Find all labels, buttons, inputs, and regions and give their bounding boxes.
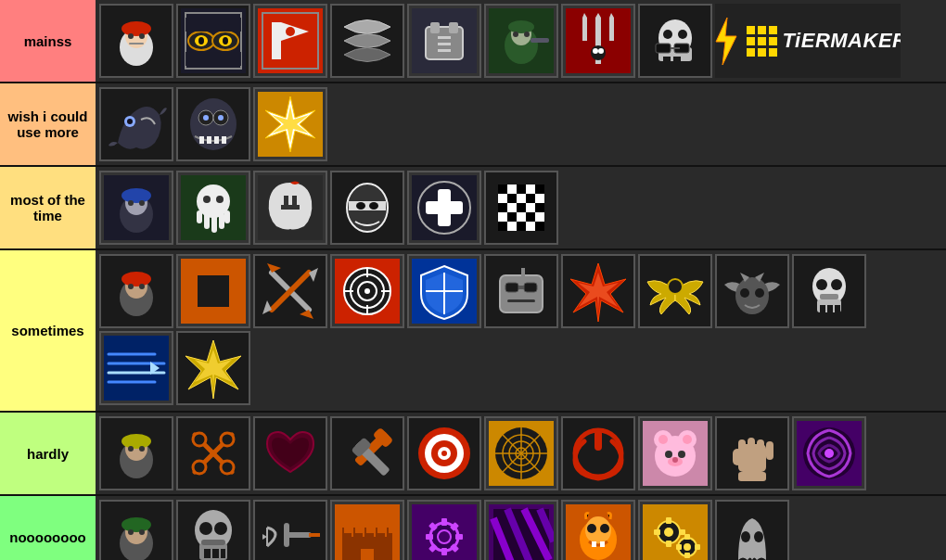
icon-sometimes-9[interactable]: [715, 254, 789, 328]
tiermaker-text: TiERMAKER: [783, 29, 901, 53]
icon-mainss-5[interactable]: [407, 4, 481, 78]
icon-sometimes-8[interactable]: [638, 254, 712, 328]
svg-rect-114: [526, 194, 535, 203]
svg-point-45: [591, 45, 606, 60]
tier-row-wish: wish i could use more: [0, 83, 946, 167]
svg-rect-272: [221, 549, 225, 558]
svg-rect-166: [524, 283, 537, 292]
icon-hardly-6[interactable]: [484, 416, 558, 490]
icon-nooo-4[interactable]: [330, 500, 404, 560]
icon-sometimes-11[interactable]: [99, 331, 173, 405]
icon-nooo-2[interactable]: [176, 500, 250, 560]
svg-rect-323: [654, 529, 660, 535]
svg-point-36: [513, 32, 518, 37]
icon-nooo-1[interactable]: [99, 500, 173, 560]
icon-nooo-7[interactable]: [561, 500, 635, 560]
icon-mainss-6[interactable]: [484, 4, 558, 78]
icon-most-6[interactable]: [484, 171, 558, 245]
icon-nooo-3[interactable]: [253, 500, 327, 560]
icon-mainss-4[interactable]: [330, 4, 404, 78]
svg-rect-252: [766, 441, 773, 460]
svg-rect-88: [224, 210, 230, 223]
svg-rect-129: [526, 222, 535, 231]
icon-hardly-9[interactable]: [715, 416, 789, 490]
icon-sometimes-7[interactable]: [561, 254, 635, 328]
tier-label-wish: wish i could use more: [0, 83, 96, 165]
icon-wish-3[interactable]: [253, 87, 327, 161]
icon-hardly-1[interactable]: [99, 416, 173, 490]
svg-point-314: [600, 524, 609, 533]
svg-rect-112: [507, 194, 517, 203]
icon-mainss-7[interactable]: [561, 4, 635, 78]
icon-mainss-3[interactable]: [253, 4, 327, 78]
icon-sometimes-1[interactable]: [99, 254, 173, 328]
svg-rect-322: [679, 529, 685, 535]
icon-most-4[interactable]: [330, 171, 404, 245]
svg-rect-130: [535, 222, 544, 231]
icon-sometimes-6[interactable]: [484, 254, 558, 328]
icon-mainss-1[interactable]: [99, 4, 173, 78]
svg-rect-4: [122, 29, 127, 32]
icon-nooo-9[interactable]: [715, 500, 789, 560]
svg-point-5: [128, 33, 134, 39]
tier-list: mainss: [0, 0, 946, 560]
svg-rect-7: [129, 43, 144, 45]
svg-rect-271: [212, 549, 219, 558]
svg-rect-287: [344, 528, 352, 533]
svg-rect-118: [517, 203, 526, 212]
svg-rect-254: [738, 472, 766, 481]
icon-hardly-7[interactable]: [561, 416, 635, 490]
tier-items-wish: [96, 83, 946, 165]
svg-point-295: [438, 530, 451, 543]
icon-hardly-10[interactable]: [792, 416, 866, 490]
icon-hardly-4[interactable]: [330, 416, 404, 490]
svg-rect-107: [507, 185, 517, 194]
svg-point-244: [678, 451, 685, 458]
tier-label-mainss: mainss: [0, 0, 96, 82]
icon-most-3[interactable]: [253, 171, 327, 245]
tier-items-mainss: TiERMAKER: [96, 0, 946, 82]
svg-point-67: [218, 115, 224, 121]
icon-wish-2[interactable]: [176, 87, 250, 161]
icon-sometimes-3[interactable]: [253, 254, 327, 328]
icon-most-1[interactable]: [99, 171, 173, 245]
icon-most-2[interactable]: [176, 171, 250, 245]
svg-point-12: [198, 37, 204, 45]
icon-hardly-5[interactable]: [407, 416, 481, 490]
icon-hardly-2[interactable]: [176, 416, 250, 490]
svg-rect-291: [389, 528, 393, 533]
svg-rect-51: [663, 57, 671, 64]
icon-nooo-8[interactable]: [638, 500, 712, 560]
icon-most-5[interactable]: [407, 171, 481, 245]
svg-rect-27: [449, 22, 458, 33]
svg-rect-106: [498, 185, 507, 194]
icon-hardly-8[interactable]: [638, 416, 712, 490]
tier-items-hardly: [96, 413, 946, 494]
svg-rect-122: [507, 212, 517, 222]
icon-mainss-8[interactable]: [638, 4, 712, 78]
svg-point-61: [127, 119, 133, 124]
svg-point-47: [598, 48, 604, 54]
svg-rect-135: [122, 279, 127, 282]
svg-point-332: [754, 531, 763, 542]
tier-row-most: most of the time: [0, 167, 946, 250]
svg-point-177: [740, 288, 749, 298]
svg-rect-41: [609, 18, 614, 41]
icon-sometimes-2[interactable]: [176, 254, 250, 328]
svg-rect-113: [517, 194, 526, 203]
icon-nooo-5[interactable]: [407, 500, 481, 560]
icon-sometimes-4[interactable]: [330, 254, 404, 328]
svg-rect-203: [122, 441, 127, 444]
icon-sometimes-5[interactable]: [407, 254, 481, 328]
icon-nooo-6[interactable]: [484, 500, 558, 560]
icon-mainss-2[interactable]: [176, 4, 250, 78]
tier-row-sometimes: sometimes: [0, 250, 946, 413]
svg-rect-169: [521, 268, 525, 277]
icon-sometimes-10[interactable]: [792, 254, 866, 328]
svg-point-137: [139, 284, 145, 289]
svg-marker-58: [716, 18, 736, 65]
icon-wish-1[interactable]: [99, 87, 173, 161]
icon-sometimes-12[interactable]: [176, 331, 250, 405]
icon-hardly-3[interactable]: [253, 416, 327, 490]
svg-point-212: [221, 461, 234, 474]
